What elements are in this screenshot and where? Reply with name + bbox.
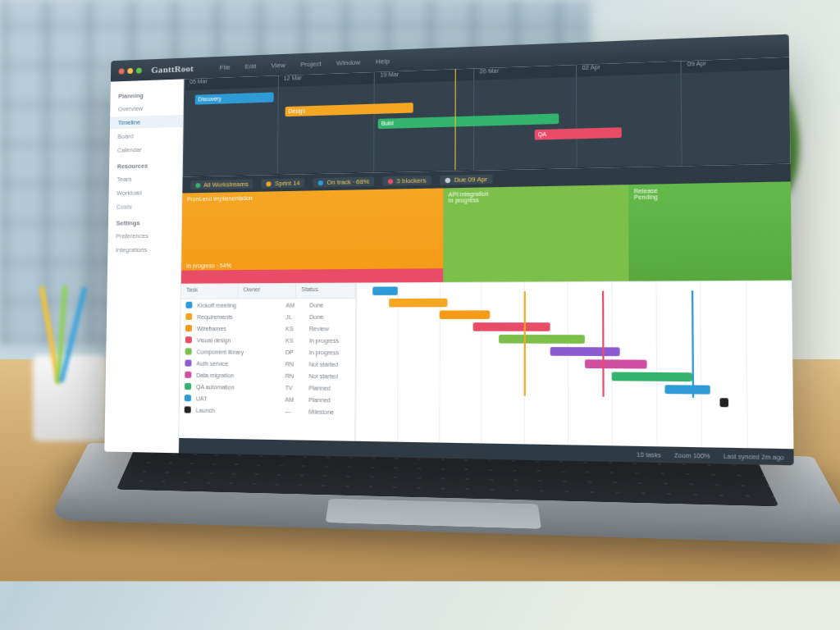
task-row[interactable]: Kickoff meetingAMDone <box>180 299 355 311</box>
task-status: Planned <box>308 396 349 403</box>
gantt-bar[interactable] <box>611 372 692 382</box>
task-owner: KS <box>285 337 304 343</box>
menu-item-project[interactable]: Project <box>300 60 321 68</box>
phase-bar[interactable]: Discovery <box>194 92 273 104</box>
sidebar-item-workload[interactable]: Workload <box>108 185 181 199</box>
task-row[interactable]: WireframesKSReview <box>180 322 355 335</box>
window-controls[interactable] <box>119 67 142 74</box>
task-owner: JL <box>285 313 304 319</box>
gantt-pane[interactable] <box>355 281 793 450</box>
task-color-swatch <box>185 325 192 331</box>
timeline-gridline <box>276 75 278 174</box>
phase-bar[interactable]: QA <box>534 127 622 139</box>
filter-chip[interactable]: On track · 68% <box>313 176 374 187</box>
block-release[interactable]: Release Pending <box>628 181 792 281</box>
close-icon[interactable] <box>119 68 125 74</box>
now-marker <box>455 69 456 170</box>
sidebar-item-board[interactable]: Board <box>110 129 183 143</box>
gantt-gridline <box>482 283 482 444</box>
task-status: Milestone <box>308 409 349 415</box>
task-status: Not started <box>308 372 349 379</box>
block-api[interactable]: API integration In progress <box>443 185 629 282</box>
menu-item-edit[interactable]: Edit <box>245 62 257 71</box>
gantt-bar[interactable] <box>665 385 710 394</box>
task-owner: RN <box>285 361 304 367</box>
gantt-bar[interactable] <box>372 286 397 295</box>
task-status: Done <box>309 302 350 308</box>
laptop-lid: GanttRoot FileEditViewProjectWindowHelp … <box>104 34 793 466</box>
timeline-gridline <box>373 72 375 172</box>
task-color-swatch <box>185 336 192 343</box>
gantt-bar[interactable] <box>550 347 621 356</box>
sidebar-item-calendar[interactable]: Calendar <box>109 143 182 157</box>
task-owner: TV <box>285 385 304 390</box>
task-status: Review <box>309 326 350 331</box>
filter-chip[interactable]: Due 09 Apr <box>441 174 493 185</box>
block-sub: In progress · 54% <box>186 262 231 269</box>
task-row[interactable]: Component libraryDPIn progress <box>180 345 355 358</box>
task-name: Kickoff meeting <box>197 302 281 308</box>
phase-bar[interactable]: Build <box>378 113 559 129</box>
app-title: GanttRoot <box>151 63 194 75</box>
sidebar-section: Resources <box>109 157 182 172</box>
menu-item-file[interactable]: File <box>220 63 231 71</box>
laptop: GanttRoot FileEditViewProjectWindowHelp … <box>103 34 815 614</box>
task-gantt: TaskOwnerStatus Kickoff meetingAMDoneReq… <box>179 281 793 450</box>
overview-timeline[interactable]: 05 Mar12 Mar19 Mar26 Mar02 Apr09 Apr Dis… <box>183 57 791 177</box>
gantt-bar[interactable] <box>719 398 728 407</box>
task-owner: DP <box>285 349 304 354</box>
trackpad <box>326 499 541 529</box>
gantt-bar[interactable] <box>585 359 647 368</box>
app-menu[interactable]: FileEditViewProjectWindowHelp <box>220 57 390 71</box>
gantt-gridline <box>355 284 357 441</box>
gantt-bar[interactable] <box>389 299 447 308</box>
sidebar-item-timeline[interactable]: Timeline <box>110 115 183 129</box>
gantt-marker <box>524 291 526 396</box>
sidebar-item-overview[interactable]: Overview <box>110 101 183 116</box>
block-frontend[interactable]: Front-end implementation In progress · 5… <box>181 188 443 283</box>
task-row[interactable]: Visual designKSIn progress <box>180 334 355 346</box>
gantt-bar[interactable] <box>499 335 586 344</box>
task-name: Component library <box>197 349 281 355</box>
gantt-gridline <box>568 282 569 445</box>
task-columns: TaskOwnerStatus <box>181 284 356 299</box>
task-color-swatch <box>185 406 191 413</box>
filter-chip[interactable]: All Workstreams <box>190 179 253 189</box>
photo-scene: GanttRoot FileEditViewProjectWindowHelp … <box>0 0 840 630</box>
task-owner: RN <box>285 372 304 378</box>
sidebar-item-costs[interactable]: Costs <box>108 199 181 212</box>
phase-bar[interactable]: Design <box>285 103 413 116</box>
status-zoom[interactable]: Zoom 100% <box>674 452 710 459</box>
sidebar-item-integrations[interactable]: Integrations <box>107 243 180 256</box>
menu-item-help[interactable]: Help <box>376 57 390 65</box>
timeline-gridline <box>789 57 792 163</box>
gantt-bar[interactable] <box>472 322 550 331</box>
menu-item-window[interactable]: Window <box>336 58 360 66</box>
task-name: Requirements <box>197 313 281 319</box>
app-window: GanttRoot FileEditViewProjectWindowHelp … <box>104 34 793 466</box>
block-title: Front-end implementation <box>187 192 437 203</box>
task-row[interactable]: Launch—Milestone <box>180 404 355 418</box>
filter-chip[interactable]: 3 blockers <box>383 176 431 186</box>
task-name: QA automation <box>196 384 280 390</box>
gantt-bar[interactable] <box>439 310 490 319</box>
task-row[interactable]: RequirementsJLDone <box>180 311 355 322</box>
timeline-gridline <box>183 79 185 176</box>
maximize-icon[interactable] <box>136 67 142 73</box>
task-color-swatch <box>185 395 191 401</box>
pencil-cup <box>33 355 107 441</box>
sidebar: PlanningOverviewTimelineBoardCalendarRes… <box>104 79 184 453</box>
sidebar-item-preferences[interactable]: Preferences <box>108 229 181 242</box>
timeline-gridline <box>681 61 682 165</box>
task-row[interactable]: Auth serviceRNNot started <box>180 357 354 370</box>
sidebar-item-team[interactable]: Team <box>109 172 182 186</box>
gantt-gridline <box>701 281 703 447</box>
minimize-icon[interactable] <box>127 67 133 73</box>
menu-item-view[interactable]: View <box>271 61 285 69</box>
task-name: UAT <box>196 395 280 402</box>
task-col[interactable]: Owner <box>238 284 296 299</box>
filter-chip[interactable]: Sprint 14 <box>262 178 305 188</box>
task-col[interactable]: Status <box>296 284 355 299</box>
timeline-tick: 12 Mar <box>277 72 374 87</box>
task-col[interactable]: Task <box>181 284 239 298</box>
